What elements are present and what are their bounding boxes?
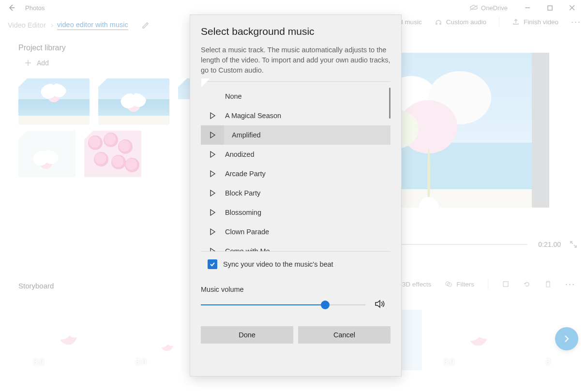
cancel-button[interactable]: Cancel [298, 326, 391, 344]
background-music-dialog: Select background music Select a music t… [190, 15, 402, 377]
track-list[interactable]: None A Magical Season Amplified Anodized… [201, 87, 391, 251]
sync-checkbox[interactable] [208, 259, 217, 269]
play-icon[interactable] [209, 228, 216, 235]
dialog-title: Select background music [201, 26, 391, 37]
done-button[interactable]: Done [201, 326, 293, 344]
play-icon[interactable] [209, 190, 216, 196]
scrollbar-thumb[interactable] [389, 88, 391, 119]
track-option[interactable]: Arcade Party [201, 164, 391, 183]
track-option[interactable]: Block Party [201, 183, 391, 203]
play-icon[interactable] [209, 209, 216, 216]
speaker-icon[interactable] [374, 299, 386, 309]
volume-section: Music volume [201, 286, 391, 310]
track-option[interactable]: None [201, 87, 391, 106]
track-option[interactable]: Come with Me [201, 241, 391, 251]
sync-checkbox-row[interactable]: Sync your video to the music's beat [208, 259, 391, 269]
play-icon[interactable] [209, 132, 216, 138]
play-icon[interactable] [209, 170, 216, 177]
track-option[interactable]: Blossoming [201, 203, 391, 222]
volume-slider[interactable] [201, 300, 391, 310]
track-option-selected[interactable]: Amplified [201, 125, 391, 145]
dialog-description: Select a music track. The music automati… [201, 45, 391, 75]
dialog-buttons: Done Cancel [201, 326, 391, 344]
play-icon[interactable] [209, 151, 216, 158]
play-icon[interactable] [209, 248, 216, 251]
track-option[interactable]: Anodized [201, 145, 391, 164]
volume-label: Music volume [201, 286, 391, 293]
track-option[interactable]: A Magical Season [201, 106, 391, 125]
track-option[interactable]: Clown Parade [201, 222, 391, 241]
play-icon[interactable] [209, 112, 216, 119]
check-icon [209, 261, 216, 268]
